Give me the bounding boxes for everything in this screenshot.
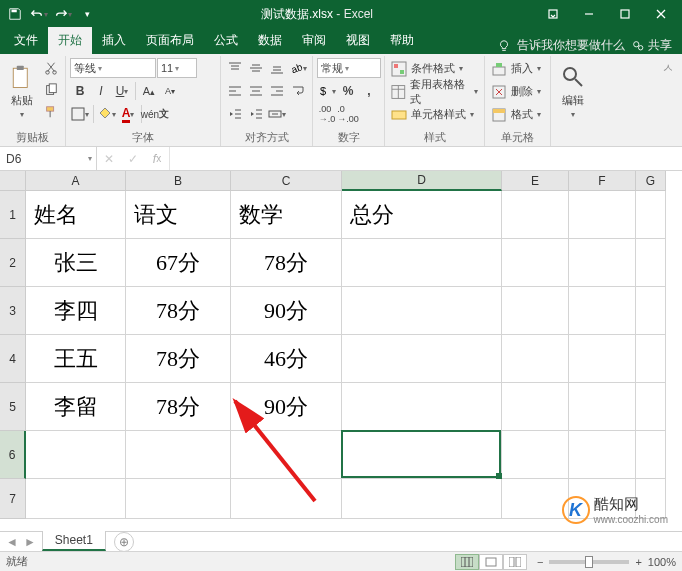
cell-D1[interactable]: 总分: [342, 191, 502, 239]
row-header-5[interactable]: 5: [0, 383, 26, 431]
page-layout-view-button[interactable]: [479, 554, 503, 570]
format-cells-button[interactable]: 格式▾: [489, 104, 543, 125]
zoom-slider[interactable]: [549, 560, 629, 564]
cell-B7[interactable]: [126, 479, 231, 519]
zoom-in-button[interactable]: +: [635, 556, 641, 568]
border-button[interactable]: ▾: [70, 104, 90, 124]
row-header-2[interactable]: 2: [0, 239, 26, 287]
font-size-combo[interactable]: 11▾: [157, 58, 197, 78]
cell-F4[interactable]: [569, 335, 636, 383]
cell-D6[interactable]: [342, 431, 502, 479]
row-header-1[interactable]: 1: [0, 191, 26, 239]
page-break-view-button[interactable]: [503, 554, 527, 570]
cell-B6[interactable]: [126, 431, 231, 479]
normal-view-button[interactable]: [455, 554, 479, 570]
cell-F3[interactable]: [569, 287, 636, 335]
increase-indent-button[interactable]: [246, 104, 266, 124]
fx-button[interactable]: fx: [145, 149, 169, 169]
cell-E7[interactable]: [502, 479, 569, 519]
tab-review[interactable]: 审阅: [292, 27, 336, 54]
tab-formulas[interactable]: 公式: [204, 27, 248, 54]
cell-D4[interactable]: [342, 335, 502, 383]
tab-data[interactable]: 数据: [248, 27, 292, 54]
bold-button[interactable]: B: [70, 81, 90, 101]
increase-font-button[interactable]: A▴: [139, 81, 159, 101]
cell-E5[interactable]: [502, 383, 569, 431]
zoom-out-button[interactable]: −: [537, 556, 543, 568]
zoom-level[interactable]: 100%: [648, 556, 676, 568]
column-header-G[interactable]: G: [636, 171, 666, 191]
tab-insert[interactable]: 插入: [92, 27, 136, 54]
cell-A5[interactable]: 李留: [26, 383, 126, 431]
row-header-4[interactable]: 4: [0, 335, 26, 383]
cell-C7[interactable]: [231, 479, 342, 519]
italic-button[interactable]: I: [91, 81, 111, 101]
column-header-B[interactable]: B: [126, 171, 231, 191]
editing-button[interactable]: 编辑▾: [555, 58, 591, 124]
cell-styles-button[interactable]: 单元格样式▾: [389, 104, 480, 125]
cell-D7[interactable]: [342, 479, 502, 519]
cell-G1[interactable]: [636, 191, 666, 239]
tell-me-text[interactable]: 告诉我你想要做什么: [517, 37, 625, 54]
insert-cells-button[interactable]: 插入▾: [489, 58, 543, 79]
cell-E2[interactable]: [502, 239, 569, 287]
decrease-indent-button[interactable]: [225, 104, 245, 124]
row-header-3[interactable]: 3: [0, 287, 26, 335]
collapse-ribbon-button[interactable]: ㅅ: [658, 58, 678, 78]
cell-F6[interactable]: [569, 431, 636, 479]
comma-button[interactable]: ,: [359, 81, 379, 101]
cell-G2[interactable]: [636, 239, 666, 287]
cell-C6[interactable]: [231, 431, 342, 479]
cell-E1[interactable]: [502, 191, 569, 239]
percent-button[interactable]: %: [338, 81, 358, 101]
new-sheet-button[interactable]: ⊕: [114, 532, 134, 552]
underline-button[interactable]: U▾: [112, 81, 132, 101]
cell-B1[interactable]: 语文: [126, 191, 231, 239]
wrap-text-button[interactable]: [288, 81, 308, 101]
delete-cells-button[interactable]: 删除▾: [489, 81, 543, 102]
column-header-E[interactable]: E: [502, 171, 569, 191]
cell-A7[interactable]: [26, 479, 126, 519]
merge-button[interactable]: ▾: [267, 104, 287, 124]
align-left-button[interactable]: [225, 81, 245, 101]
tab-view[interactable]: 视图: [336, 27, 380, 54]
cell-F2[interactable]: [569, 239, 636, 287]
align-bottom-button[interactable]: [267, 58, 287, 78]
cell-C3[interactable]: 90分: [231, 287, 342, 335]
accounting-format-button[interactable]: $▾: [317, 81, 337, 101]
cell-F1[interactable]: [569, 191, 636, 239]
maximize-button[interactable]: [608, 3, 642, 25]
column-header-D[interactable]: D: [342, 171, 502, 191]
cell-C1[interactable]: 数学: [231, 191, 342, 239]
tab-home[interactable]: 开始: [48, 27, 92, 54]
undo-button[interactable]: ▾: [28, 3, 50, 25]
cell-E4[interactable]: [502, 335, 569, 383]
column-header-C[interactable]: C: [231, 171, 342, 191]
cell-D2[interactable]: [342, 239, 502, 287]
cell-B2[interactable]: 67分: [126, 239, 231, 287]
cell-A4[interactable]: 王五: [26, 335, 126, 383]
name-box[interactable]: D6▾: [0, 147, 97, 170]
formula-input[interactable]: [170, 147, 682, 170]
format-painter-button[interactable]: [41, 102, 61, 122]
copy-button[interactable]: [41, 80, 61, 100]
share-button[interactable]: 共享: [631, 37, 672, 54]
enter-formula-button[interactable]: ✓: [121, 149, 145, 169]
sheet-nav-next[interactable]: ►: [24, 535, 36, 549]
cell-B3[interactable]: 78分: [126, 287, 231, 335]
decrease-decimal-button[interactable]: .0→.00: [338, 104, 358, 124]
cell-A2[interactable]: 张三: [26, 239, 126, 287]
cell-G4[interactable]: [636, 335, 666, 383]
orientation-button[interactable]: ab▾: [288, 58, 308, 78]
paste-button[interactable]: 粘贴▾: [4, 58, 39, 124]
cell-G6[interactable]: [636, 431, 666, 479]
cell-A3[interactable]: 李四: [26, 287, 126, 335]
sheet-tab-active[interactable]: Sheet1: [42, 531, 106, 551]
select-all-corner[interactable]: [0, 171, 26, 191]
row-header-6[interactable]: 6: [0, 431, 26, 479]
cell-C5[interactable]: 90分: [231, 383, 342, 431]
row-header-7[interactable]: 7: [0, 479, 26, 519]
tab-file[interactable]: 文件: [4, 27, 48, 54]
column-header-F[interactable]: F: [569, 171, 636, 191]
qat-customize[interactable]: ▾: [76, 3, 98, 25]
